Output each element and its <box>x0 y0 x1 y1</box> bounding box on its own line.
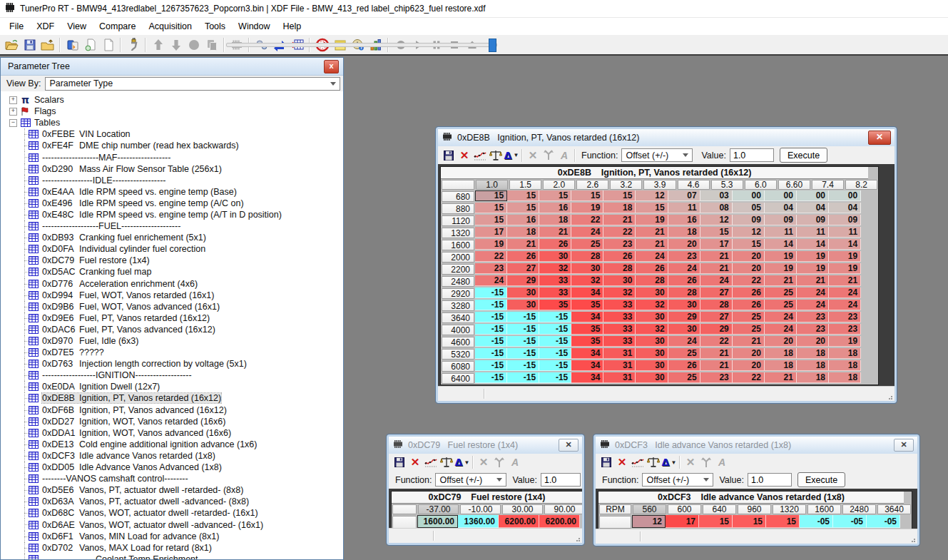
slider-handle[interactable] <box>489 39 496 52</box>
de8b-cell[interactable]: 21 <box>603 215 636 225</box>
tree-root-tables[interactable]: −Tables <box>4 117 343 128</box>
de8b-cell[interactable]: 30 <box>636 287 668 298</box>
de8b-cell[interactable]: -15 <box>507 360 539 371</box>
de8b-row-header[interactable]: 2000 <box>442 252 474 263</box>
tree-item-0xd994[interactable]: 0xD994Fuel, WOT, Vanos retarded (16x1) <box>4 290 343 301</box>
de8b-cell[interactable]: 00 <box>829 190 861 201</box>
de8b-cell[interactable]: 28 <box>603 263 636 274</box>
de8b-cell[interactable]: 18 <box>765 360 797 371</box>
de8b-row-header[interactable]: 1320 <box>442 228 474 238</box>
de8b-cell[interactable]: 23 <box>829 312 861 322</box>
de8b-col-header[interactable]: 1.0 <box>476 180 508 190</box>
tree-item-0xe4aa[interactable]: 0xE4AAIdle RPM speed vs. engine temp (Ba… <box>4 186 343 198</box>
de8b-cell[interactable]: 21 <box>700 251 733 262</box>
de8b-cell[interactable]: 25 <box>733 312 765 322</box>
de8b-cell[interactable]: 26 <box>668 275 700 286</box>
de8b-col-header[interactable]: 5.3 <box>711 180 743 190</box>
tree-root-scalars[interactable]: +πScalars <box>4 94 343 106</box>
de8b-cell[interactable]: 26 <box>603 251 636 262</box>
tree-item-0xdac6[interactable]: 0xDAC6Fuel, PT, Vanos advanced (16x12) <box>4 324 343 335</box>
de8b-cell[interactable]: 25 <box>765 287 797 298</box>
de8b-cell[interactable]: 26 <box>733 300 765 310</box>
tree-item-0xdb93[interactable]: 0xDB93Cranking fuel enrichement (5x1) <box>4 232 343 243</box>
tree-item-0xdcf3[interactable]: 0xDCF3Idle advance Vanos retarded (1x8) <box>4 450 343 462</box>
de8b-cell[interactable]: 24 <box>797 300 829 310</box>
de8b-cell[interactable]: 33 <box>539 275 571 286</box>
dc79-row-header[interactable] <box>392 516 417 528</box>
de8b-cell[interactable]: 17 <box>700 239 733 250</box>
de8b-cell[interactable]: -15 <box>507 312 539 322</box>
dcf3-cell[interactable]: -05 <box>833 515 867 528</box>
de8b-cell[interactable]: 32 <box>603 287 636 298</box>
de8b-cell[interactable]: 23 <box>797 312 829 322</box>
de8b-cell[interactable]: -15 <box>475 300 507 310</box>
parameter-tree-close-icon[interactable]: x <box>324 60 339 73</box>
de8b-cell[interactable]: 21 <box>765 372 797 383</box>
de8b-cell[interactable]: 22 <box>700 336 733 347</box>
de8b-cell[interactable]: 21 <box>700 360 733 371</box>
de8b-cell[interactable]: 12 <box>733 227 765 238</box>
de8b-cell[interactable]: 11 <box>829 227 861 238</box>
dcf3-cell[interactable]: 15 <box>699 515 733 528</box>
de8b-cell[interactable]: 00 <box>765 190 797 201</box>
playback-slider[interactable] <box>488 39 497 52</box>
de8b-cell[interactable]: 30 <box>668 324 700 335</box>
de8b-cell[interactable]: 00 <box>797 190 829 201</box>
de8b-col-header[interactable]: 1.5 <box>509 180 541 190</box>
de8b-cell[interactable]: 16 <box>539 203 571 213</box>
tree-separator-item[interactable]: ------------------IGNITION--------------… <box>4 370 343 381</box>
de8b-cell[interactable]: 28 <box>636 275 668 286</box>
dcf3-cell[interactable]: 12 <box>632 515 666 528</box>
de8b-cell[interactable]: 24 <box>797 287 829 298</box>
win-delete-icon[interactable]: ✕ <box>457 148 472 163</box>
dcf3-col-header[interactable]: 640 <box>703 504 736 514</box>
de8b-cell[interactable]: 15 <box>507 203 539 213</box>
tree-item-0xdda1[interactable]: 0xDDA1Ignition, WOT, Vanos advanced (16x… <box>4 427 343 439</box>
view-by-select[interactable]: Parameter Type <box>45 77 340 91</box>
de8b-cell[interactable]: 18 <box>797 360 829 371</box>
dcf3-cell[interactable]: 15 <box>733 515 766 528</box>
de8b-cell[interactable]: 35 <box>571 336 603 347</box>
dcf3-value-input[interactable] <box>748 473 792 487</box>
de8b-cell[interactable]: 21 <box>636 239 668 250</box>
win-graph-icon[interactable] <box>423 455 439 469</box>
de8b-row-header[interactable]: 3280 <box>442 300 474 311</box>
de8b-cell[interactable]: 19 <box>829 251 861 262</box>
de8b-cell[interactable]: 04 <box>829 203 861 213</box>
de8b-cell[interactable]: -15 <box>539 312 571 322</box>
de8b-cell[interactable]: 15 <box>507 190 539 201</box>
de8b-cell[interactable]: 22 <box>603 227 636 238</box>
de8b-cell[interactable]: 23 <box>700 372 733 383</box>
de8b-cell[interactable]: 30 <box>636 336 668 347</box>
de8b-cell[interactable]: 31 <box>603 360 636 371</box>
gray-circle-icon[interactable] <box>185 36 203 54</box>
de8b-cell[interactable]: 18 <box>539 215 571 225</box>
menu-acquisition[interactable]: Acquisition <box>142 19 198 34</box>
de8b-cell[interactable]: 19 <box>797 263 829 274</box>
de8b-cell[interactable]: 24 <box>765 324 797 335</box>
de8b-cell[interactable]: 32 <box>571 275 603 286</box>
tree-item-0xd776[interactable]: 0xD776Acceleration enrichment (4x6) <box>4 278 343 290</box>
slider-track[interactable] <box>226 43 497 47</box>
de8b-cell[interactable]: 24 <box>668 336 700 347</box>
tree-item-0xd763[interactable]: 0xD763Injection length correction by vol… <box>4 358 343 370</box>
de8b-cell[interactable]: 32 <box>636 324 668 335</box>
de8b-cell[interactable]: 26 <box>539 239 571 250</box>
tree-item-0xdc79[interactable]: 0xDC79Fuel restore (1x4) <box>4 255 343 266</box>
de8b-close-icon[interactable]: ✕ <box>868 131 891 145</box>
de8b-cell[interactable]: 09 <box>797 215 829 225</box>
de8b-titlebar[interactable]: 0xDE8B Ignition, PT, Vanos retarded (16x… <box>438 129 895 146</box>
de8b-cell[interactable]: 20 <box>765 336 797 347</box>
de8b-cell[interactable]: -15 <box>507 324 539 335</box>
de8b-cell[interactable]: 19 <box>829 336 861 347</box>
de8b-cell[interactable]: 34 <box>571 360 603 371</box>
de8b-cell[interactable]: 14 <box>797 239 829 250</box>
de8b-cell[interactable]: -15 <box>475 348 507 359</box>
de8b-cell[interactable]: 28 <box>668 287 700 298</box>
download-arrow-icon[interactable] <box>167 36 185 54</box>
de8b-cell[interactable]: 25 <box>571 239 603 250</box>
de8b-cell[interactable]: -15 <box>475 312 507 322</box>
de8b-cell[interactable]: 23 <box>603 239 636 250</box>
de8b-cell[interactable]: 00 <box>733 190 765 201</box>
win-scales-icon[interactable] <box>646 455 661 469</box>
